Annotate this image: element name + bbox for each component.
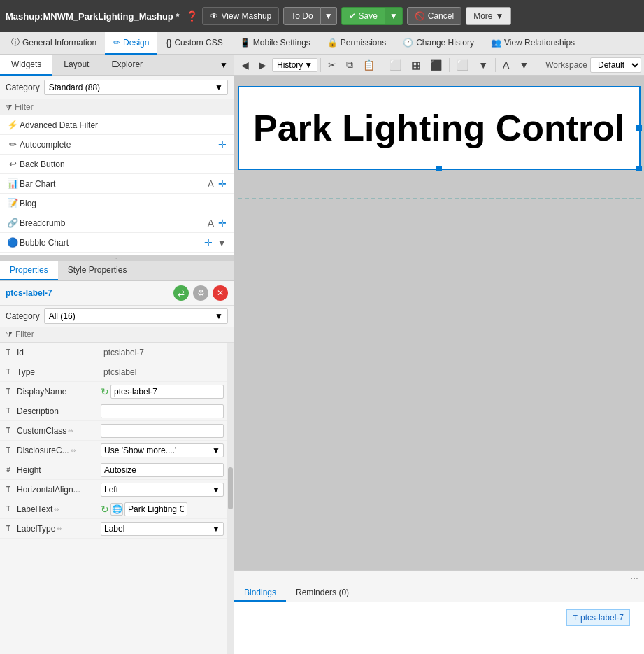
- widget-move-btn[interactable]: ✛: [203, 237, 214, 248]
- disclosurec-dropdown[interactable]: Use 'Show more....' ▼: [101, 443, 224, 457]
- bottom-panel-header: ···: [234, 571, 644, 585]
- labeltext-refresh-btn[interactable]: ↻: [101, 504, 109, 515]
- displayname-input[interactable]: [110, 385, 224, 399]
- bottom-tab-reminders[interactable]: Reminders (0): [286, 585, 359, 602]
- prop-value-height: [98, 463, 227, 477]
- props-filter-input[interactable]: [15, 329, 228, 339]
- paste-btn[interactable]: 📋: [359, 58, 379, 72]
- prop-type-horizontalalign: T: [0, 485, 14, 493]
- todo-dropdown-button[interactable]: ▼: [321, 7, 337, 25]
- widget-share-button[interactable]: ⇄: [173, 285, 189, 301]
- tab-permissions[interactable]: 🔒 Permissions: [319, 32, 394, 55]
- widget-move-btn[interactable]: ✛: [217, 139, 228, 150]
- history-select[interactable]: History ▼: [272, 58, 317, 72]
- eye-icon: 👁: [210, 11, 218, 21]
- tab-view-relationships[interactable]: 👥 View Relationships: [482, 32, 583, 55]
- horizontalalign-dropdown[interactable]: Left ▼: [101, 483, 224, 497]
- font-dropdown-btn[interactable]: ▼: [515, 58, 533, 72]
- cut-btn[interactable]: ✂: [324, 58, 341, 72]
- widget-move-btn[interactable]: ✛: [217, 178, 228, 190]
- disclosurec-link-icon: ⇔: [71, 447, 76, 454]
- widget-tab-widgets[interactable]: Widgets: [0, 55, 52, 76]
- widget-tab-layout[interactable]: Layout: [52, 55, 100, 76]
- font-btn[interactable]: A: [499, 58, 513, 72]
- save-dropdown-button[interactable]: ▼: [385, 7, 403, 25]
- resize-handle-bottom[interactable]: [436, 166, 442, 171]
- canvas-arrow-right-btn[interactable]: ▶: [255, 58, 271, 72]
- cancel-button[interactable]: 🚫 Cancel: [407, 7, 461, 25]
- blog-icon: 📝: [6, 198, 20, 208]
- tab-design[interactable]: ✏ Design: [105, 32, 157, 55]
- description-input[interactable]: [101, 404, 224, 418]
- widget-expand-btn[interactable]: ▼: [215, 237, 228, 248]
- tab-change-history[interactable]: 🕐 Change History: [394, 32, 482, 55]
- list-item[interactable]: ⚡ Advanced Data Filter: [0, 115, 234, 135]
- resize-handle[interactable]: · · ·: [0, 255, 234, 261]
- checkmark-icon: ✔: [349, 11, 356, 21]
- height-input[interactable]: [101, 463, 224, 477]
- props-category-select[interactable]: All (16) ▼: [44, 308, 228, 324]
- todo-button[interactable]: To Do: [283, 7, 320, 25]
- bottom-panel: ··· Bindings Reminders (0) T ptcs-label-…: [234, 570, 644, 654]
- displayname-refresh-btn[interactable]: ↻: [101, 386, 109, 397]
- widget-move-btn[interactable]: ✛: [217, 218, 228, 229]
- workspace-select[interactable]: Default: [590, 57, 641, 73]
- widget-gear-button[interactable]: ⚙: [193, 285, 208, 301]
- binding-item[interactable]: T ptcs-label-7: [566, 609, 630, 626]
- prop-value-displayname: ↻: [98, 385, 227, 399]
- prop-row-type: T Type ptcslabel: [0, 362, 227, 382]
- list-item[interactable]: ↩ Back Button: [0, 155, 234, 174]
- copy-btn[interactable]: ⧉: [342, 57, 357, 72]
- widget-filter-input[interactable]: [15, 102, 228, 112]
- tab-properties[interactable]: Properties: [0, 261, 58, 280]
- align-left-btn[interactable]: ⬜: [385, 58, 406, 72]
- canvas-area[interactable]: Park Lighting Control: [234, 76, 644, 570]
- view-mashup-button[interactable]: 👁 View Mashup: [202, 7, 279, 25]
- frame-dropdown-btn[interactable]: ▼: [474, 58, 492, 72]
- prop-name-displayname: DisplayName: [14, 387, 98, 397]
- save-button[interactable]: ✔ Save: [341, 7, 385, 25]
- prop-value-disclosurec: Use 'Show more....' ▼: [98, 443, 227, 457]
- more-button[interactable]: More ▼: [466, 7, 511, 25]
- top-bar: Mashup:MNWM_ParkLighting_Mashup * ❓ 👁 Vi…: [0, 0, 644, 32]
- widget-style-btn[interactable]: A: [206, 218, 215, 229]
- relationships-icon: 👥: [491, 38, 501, 48]
- tab-custom-css[interactable]: {} Custom CSS: [157, 32, 231, 55]
- bottom-tab-bindings[interactable]: Bindings: [234, 585, 286, 602]
- list-item[interactable]: 📝 Blog: [0, 194, 234, 213]
- properties-widget-header: ptcs-label-7 ⇄ ⚙ ✕: [0, 281, 234, 306]
- prop-value-labeltype: Label ▼: [98, 522, 227, 536]
- widget-style-btn[interactable]: A: [206, 178, 215, 190]
- widget-close-button[interactable]: ✕: [213, 285, 228, 301]
- left-panel: Widgets Layout Explorer ▼ Category Stand…: [0, 55, 234, 654]
- list-item[interactable]: 🔗 Breadcrumb A ✛: [0, 213, 234, 233]
- tab-mobile-settings[interactable]: 📱 Mobile Settings: [231, 32, 319, 55]
- canvas-widget-label[interactable]: Park Lighting Control: [238, 86, 641, 170]
- tab-general-information[interactable]: ⓘ General Information: [3, 32, 105, 55]
- list-item[interactable]: 🔵 Bubble Chart ✛ ▼: [0, 233, 234, 253]
- labeltype-dropdown[interactable]: Label ▼: [101, 522, 224, 536]
- align-right-btn[interactable]: ⬛: [426, 58, 446, 72]
- frame-btn[interactable]: ⬜: [452, 58, 473, 72]
- list-item[interactable]: ✏ Autocomplete ✛: [0, 135, 234, 155]
- align-center-btn[interactable]: ▦: [407, 58, 424, 72]
- prop-type-displayname: T: [0, 388, 14, 395]
- list-item[interactable]: 📊 Bar Chart A ✛: [0, 174, 234, 194]
- resize-handle-corner[interactable]: [636, 166, 642, 171]
- help-icon[interactable]: ❓: [186, 10, 198, 22]
- labeltext-globe-btn[interactable]: 🌐: [110, 503, 123, 516]
- widget-tab-explorer[interactable]: Explorer: [100, 55, 154, 76]
- bottom-panel-more[interactable]: ···: [630, 572, 638, 583]
- canvas-arrow-left-btn[interactable]: ◀: [237, 58, 253, 72]
- properties-tabs: Properties Style Properties: [0, 261, 234, 281]
- widget-category-select[interactable]: Standard (88) ▼: [44, 80, 228, 95]
- prop-row-horizontalalign: T HorizontalAlign... Left ▼: [0, 480, 227, 499]
- props-scrollbar[interactable]: [227, 343, 234, 654]
- widget-filter-row: ⧩: [0, 99, 234, 115]
- prop-value-description: [98, 404, 227, 418]
- customclass-input[interactable]: [101, 424, 224, 438]
- labeltext-input[interactable]: [124, 502, 187, 516]
- widget-tab-arrow[interactable]: ▼: [214, 55, 234, 76]
- resize-handle-right[interactable]: [636, 125, 642, 131]
- tab-style-properties[interactable]: Style Properties: [58, 261, 137, 280]
